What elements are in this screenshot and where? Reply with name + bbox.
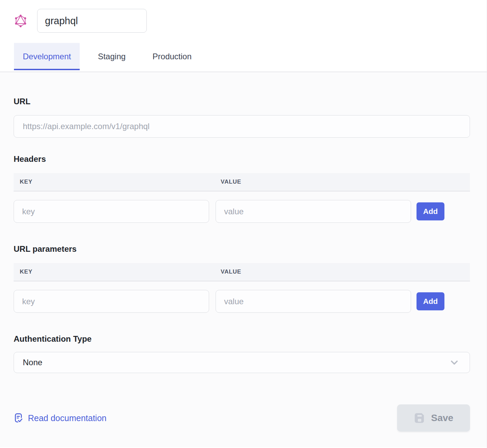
params-value-column-header: VALUE (221, 268, 241, 275)
headers-input-row: Add (14, 200, 470, 223)
url-input[interactable] (14, 115, 470, 138)
auth-type-selected-value: None (23, 358, 42, 367)
headers-value-column-header: VALUE (221, 179, 241, 185)
auth-type-select[interactable]: None (14, 352, 470, 373)
params-input-row: Add (14, 290, 470, 313)
datasource-settings-page: Development Staging Production URL Heade… (0, 0, 487, 448)
datasource-header (0, 0, 487, 33)
headers-value-input[interactable] (216, 200, 411, 223)
headers-key-input[interactable] (14, 200, 209, 223)
save-button-label: Save (431, 413, 453, 423)
url-parameters-title: URL parameters (14, 223, 470, 254)
save-floppy-icon (414, 412, 425, 424)
chevron-down-icon (449, 357, 459, 368)
graphql-logo-icon (14, 15, 27, 27)
datasource-name-input[interactable] (37, 9, 147, 33)
environment-form: URL Headers KEY VALUE Add URL parameters… (0, 72, 487, 447)
documentation-icon (14, 413, 24, 423)
headers-title: Headers (14, 138, 470, 164)
url-label: URL (14, 72, 470, 106)
read-documentation-link[interactable]: Read documentation (14, 413, 107, 423)
read-documentation-label: Read documentation (28, 413, 107, 423)
save-button[interactable]: Save (397, 404, 470, 432)
authentication-type-label: Authentication Type (14, 313, 470, 344)
headers-key-column-header: KEY (20, 179, 32, 185)
params-add-button[interactable]: Add (417, 292, 444, 310)
params-value-input[interactable] (216, 290, 411, 313)
tab-production[interactable]: Production (144, 43, 201, 70)
params-key-input[interactable] (14, 290, 209, 313)
tab-staging[interactable]: Staging (89, 43, 134, 70)
form-footer: Read documentation Save (14, 404, 470, 432)
params-key-column-header: KEY (20, 268, 32, 275)
tab-development[interactable]: Development (14, 43, 80, 70)
headers-add-button[interactable]: Add (417, 202, 444, 220)
params-table-header: KEY VALUE (14, 263, 470, 281)
environment-tabs: Development Staging Production (0, 43, 487, 70)
headers-table-header: KEY VALUE (14, 173, 470, 191)
